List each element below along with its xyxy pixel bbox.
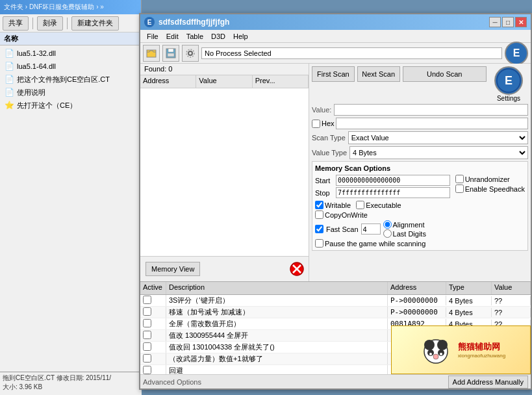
menu-edit[interactable]: Edit <box>162 32 183 41</box>
copyonwrite-checkbox[interactable] <box>315 210 323 219</box>
panda-logo-overlay: 熊猫辅助网 xiongmaofuzhuwang <box>391 325 531 374</box>
svg-rect-2 <box>168 49 173 52</box>
hex-checkbox[interactable] <box>312 120 320 128</box>
col-type: Type <box>446 282 492 294</box>
svg-point-5 <box>186 49 194 57</box>
close-button[interactable]: ✕ <box>515 17 527 27</box>
start-address-input[interactable] <box>336 175 450 186</box>
advanced-options-button[interactable]: Advanced Options <box>143 378 201 386</box>
value-row: Value: <box>312 104 528 116</box>
table-row[interactable]: 移速（加号减号 加减速） P->00000000 4 Bytes ?? <box>140 307 531 318</box>
menu-d3d[interactable]: D3D <box>207 32 229 41</box>
open-process-button[interactable] <box>143 45 160 62</box>
separator2 <box>67 18 68 29</box>
col-prev: Prev... <box>253 75 309 88</box>
row-active-5[interactable] <box>143 342 151 351</box>
row-active-2[interactable] <box>143 307 151 316</box>
first-scan-button[interactable]: First Scan <box>312 66 355 82</box>
address-table-header: Active Description Address Type Value <box>140 282 531 295</box>
row-active-1[interactable] <box>143 296 151 304</box>
table-row[interactable]: 3S评分（'键开启） P->00000000 4 Bytes ?? <box>140 295 531 307</box>
scan-panel: Found: 0 Address Value Prev... Memory Vi… <box>140 64 309 281</box>
row-active-6[interactable] <box>143 354 151 363</box>
scan-type-row: Scan Type Exact Value Bigger than... Sma… <box>312 131 528 144</box>
menu-table[interactable]: Table <box>183 32 207 41</box>
list-item[interactable]: 📄 把这个文件拖到CE空白区.CT <box>1 73 140 86</box>
ce-main-content: Found: 0 Address Value Prev... Memory Vi… <box>140 64 531 281</box>
list-item[interactable]: 📄 lua5.1-32.dll <box>1 47 140 60</box>
fastscan-value-input[interactable] <box>361 223 381 235</box>
scan-results-header: Address Value Prev... <box>140 75 309 88</box>
ce-title: sdfsdfsdffhgfjjfjfgh <box>158 18 229 27</box>
pause-game-checkbox[interactable] <box>315 239 323 248</box>
hex-label: Hex <box>322 120 335 127</box>
svg-point-16 <box>433 354 438 359</box>
speedhack-checkbox[interactable] <box>455 185 464 193</box>
alignment-radio[interactable] <box>383 220 392 229</box>
next-scan-button[interactable]: Next Scan <box>357 66 400 82</box>
lastdigits-radio[interactable] <box>383 229 392 238</box>
svg-text:E: E <box>505 74 513 87</box>
value-type-select[interactable]: 4 Bytes 1 Byte 2 Bytes 8 Bytes Float Dou… <box>349 146 528 159</box>
breadcrumb: 文件夹 › DNF坏日服免费版辅助 › » <box>4 3 104 12</box>
unrandomizer-checkbox[interactable] <box>455 175 464 183</box>
left-explorer-panel: 文件夹 › DNF坏日服免费版辅助 › » 共享 刻录 新建文件夹 名称 📄 l… <box>0 0 142 395</box>
scan-options-panel: First Scan Next Scan Undo Scan E Setting… <box>309 64 531 281</box>
undo-scan-button[interactable]: Undo Scan <box>403 66 487 82</box>
cheat-engine-window: E sdfsdfsdffhgfjjfjfgh ─ □ ✕ File Edit T… <box>139 13 532 390</box>
memory-scan-options: Memory Scan Options Start Stop <box>312 161 528 251</box>
memory-view-button[interactable]: Memory View <box>146 262 200 276</box>
file-icon: 📄 <box>4 74 14 84</box>
menu-file[interactable]: File <box>143 32 162 41</box>
file-list: 📄 lua5.1-32.dll 📄 lua5.1-64.dll 📄 把这个文件拖… <box>0 45 141 113</box>
star-icon: ⭐ <box>4 100 14 110</box>
file-icon: 📄 <box>4 87 14 97</box>
hex-checkbox-row: Hex <box>312 118 528 129</box>
settings-tool-button[interactable] <box>182 45 199 62</box>
settings-label[interactable]: Settings <box>497 95 520 102</box>
separator <box>32 18 33 29</box>
ce-logo-settings: E <box>494 66 523 95</box>
ce-menubar: File Edit Table D3D Help <box>140 30 531 43</box>
stop-scan-button[interactable] <box>288 260 306 278</box>
writable-checkbox[interactable] <box>315 201 323 209</box>
ce-icon: E <box>144 17 155 27</box>
svg-rect-3 <box>168 53 174 57</box>
status-bar: 拖到CE空白区.CT 修改日期: 2015/11/ 大小: 3.96 KB <box>0 372 142 395</box>
list-item[interactable]: 📄 使用说明 <box>1 86 140 99</box>
ce-titlebar: E sdfsdfsdffhgfjjfjfgh ─ □ ✕ <box>140 14 531 30</box>
new-folder-button[interactable]: 新建文件夹 <box>71 16 119 31</box>
ce-logo: E <box>505 42 528 65</box>
scan-type-select[interactable]: Exact Value Bigger than... Smaller than.… <box>348 131 528 144</box>
titlebar-controls: ─ □ ✕ <box>489 17 527 27</box>
svg-point-12 <box>424 340 435 350</box>
titlebar-left: E sdfsdfsdffhgfjjfjfgh <box>144 17 229 27</box>
scan-results-list[interactable] <box>140 88 309 256</box>
list-item[interactable]: ⭐ 先打开这个（CE） <box>1 99 140 112</box>
row-active-3[interactable] <box>143 319 151 327</box>
svg-point-4 <box>188 51 192 55</box>
hex-value-input[interactable] <box>336 118 528 129</box>
right-checks: Unrandomizer Enable Speedhack <box>455 175 525 248</box>
svg-rect-0 <box>147 50 156 57</box>
col-active: Active <box>140 282 166 294</box>
col-description: Description <box>166 282 388 294</box>
row-active-4[interactable] <box>143 331 151 339</box>
row-active-7[interactable] <box>143 366 151 374</box>
save-button[interactable] <box>162 45 179 62</box>
ce-toolbar: E <box>140 43 531 64</box>
value-input[interactable] <box>334 104 528 116</box>
menu-help[interactable]: Help <box>229 32 252 41</box>
executable-checkbox[interactable] <box>356 201 364 209</box>
share-button[interactable]: 共享 <box>3 16 29 31</box>
found-label: Found: 0 <box>140 64 309 75</box>
grave-button[interactable]: 刻录 <box>37 16 63 31</box>
svg-point-17 <box>429 353 432 355</box>
list-item[interactable]: 📄 lua5.1-64.dll <box>1 60 140 73</box>
process-selector[interactable] <box>201 47 502 59</box>
stop-address-input[interactable] <box>336 187 450 198</box>
add-address-manually-button[interactable]: Add Address Manually <box>448 376 528 389</box>
fastscan-checkbox[interactable] <box>315 225 323 233</box>
maximize-button[interactable]: □ <box>502 17 514 27</box>
minimize-button[interactable]: ─ <box>489 17 501 27</box>
